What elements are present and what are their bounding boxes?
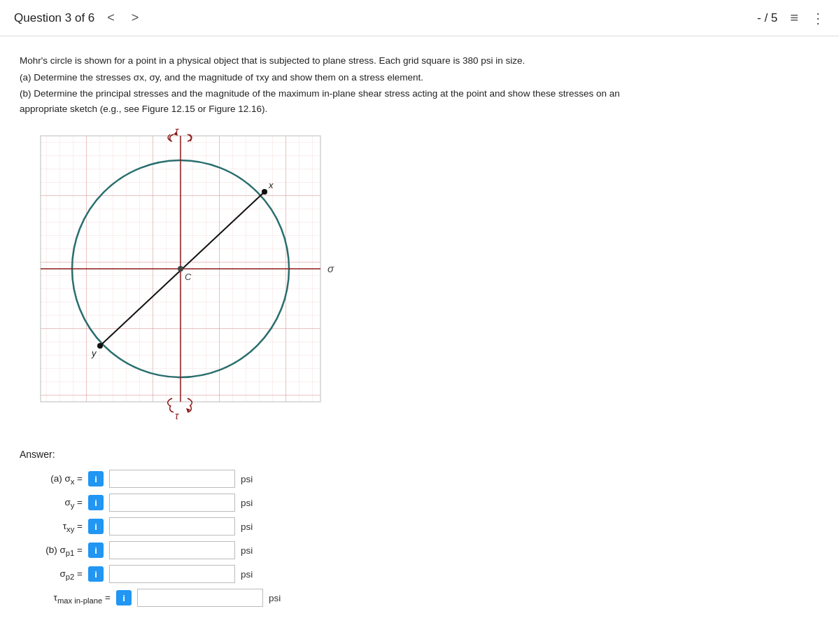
problem-text: Mohr's circle is shown for a point in a …	[20, 53, 621, 116]
sigma-p2-label: σp2 =	[20, 568, 83, 581]
score-label: - / 5	[757, 11, 777, 25]
diagram-wrapper: τ τ x y C σ	[20, 129, 355, 432]
sigma-x-info-button[interactable]: i	[88, 471, 104, 486]
answer-title: Answer:	[20, 449, 819, 460]
answer-row-tau-xy: τxy = i psi	[20, 517, 819, 536]
main-content: Mohr's circle is shown for a point in a …	[0, 36, 839, 644]
sigma-p2-info-button[interactable]: i	[88, 566, 104, 582]
sigma-p1-label: (b) σp1 =	[20, 545, 83, 557]
answer-row-tau-max: τmax in-plane = i psi	[20, 589, 819, 607]
sigma-y-info-button[interactable]: i	[88, 495, 104, 510]
answer-row-sigma-p2: σp2 = i psi	[20, 565, 819, 583]
sigma-y-input[interactable]	[109, 493, 235, 512]
tau-max-label: τmax in-plane =	[20, 592, 111, 605]
sigma-p2-unit: psi	[241, 569, 253, 580]
svg-text:τ: τ	[175, 410, 179, 421]
problem-line2: (a) Determine the stresses σx, σy, and t…	[20, 70, 621, 85]
sigma-p1-input[interactable]	[109, 541, 235, 559]
svg-text:σ: σ	[327, 262, 334, 274]
svg-point-8	[97, 343, 103, 349]
more-icon-button[interactable]: ⋮	[811, 10, 825, 27]
top-bar: Question 3 of 6 < > - / 5 ≡ ⋮	[0, 0, 839, 36]
tau-xy-input[interactable]	[109, 517, 235, 536]
sigma-x-label: (a) σx =	[20, 473, 83, 486]
mohrs-circle-diagram: τ τ x y C σ	[20, 129, 355, 430]
problem-line3: (b) Determine the principal stresses and…	[20, 86, 621, 116]
svg-point-7	[262, 189, 267, 195]
diagram-area: τ τ x y C σ	[20, 129, 819, 432]
tau-max-info-button[interactable]: i	[116, 590, 132, 606]
question-label: Question 3 of 6	[14, 11, 94, 25]
answer-row-sigma-x: (a) σx = i psi	[20, 470, 819, 488]
tau-max-unit: psi	[269, 593, 281, 603]
sigma-y-unit: psi	[241, 498, 253, 508]
top-right-controls: - / 5 ≡ ⋮	[757, 10, 825, 27]
answer-row-sigma-p1: (b) σp1 = i psi	[20, 541, 819, 559]
svg-text:x: x	[268, 180, 274, 190]
answer-section: Answer: (a) σx = i psi σy = i psi τxy = …	[20, 449, 819, 607]
tau-max-input[interactable]	[137, 589, 263, 607]
tau-xy-unit: psi	[241, 522, 253, 532]
sigma-p1-unit: psi	[241, 545, 253, 556]
top-left-nav: Question 3 of 6 < >	[14, 9, 143, 27]
sigma-y-label: σy =	[20, 497, 83, 510]
tau-xy-info-button[interactable]: i	[88, 519, 104, 534]
problem-line1: Mohr's circle is shown for a point in a …	[20, 53, 621, 69]
sigma-x-input[interactable]	[109, 470, 235, 488]
svg-point-9	[178, 266, 183, 272]
nav-forward-button[interactable]: >	[127, 9, 143, 27]
tau-xy-label: τxy =	[20, 521, 83, 533]
nav-back-button[interactable]: <	[103, 9, 119, 27]
sigma-p2-input[interactable]	[109, 565, 235, 583]
answer-row-sigma-y: σy = i psi	[20, 493, 819, 512]
sigma-p1-info-button[interactable]: i	[88, 542, 104, 558]
sigma-x-unit: psi	[241, 474, 253, 484]
svg-text:C: C	[185, 272, 192, 282]
list-icon-button[interactable]: ≡	[790, 10, 798, 26]
